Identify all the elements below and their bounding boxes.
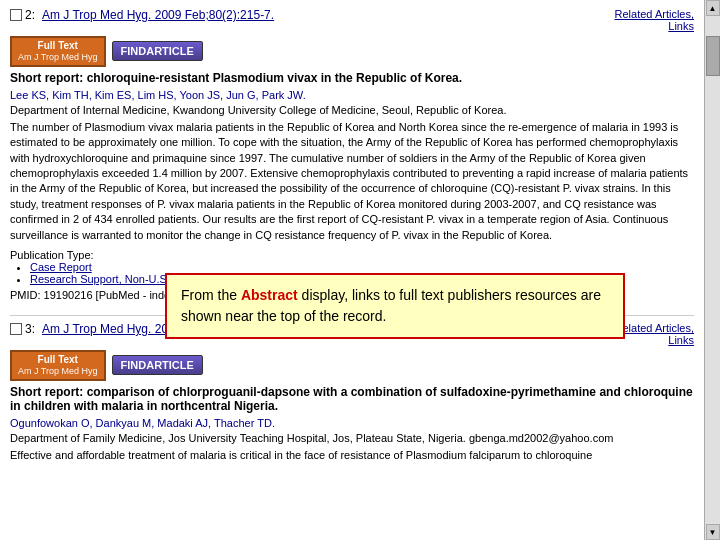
page-container: 2: Am J Trop Med Hyg. 2009 Feb;80(2):215… [0, 0, 720, 540]
record-2-fulltext-label-line2: Am J Trop Med Hyg [18, 366, 98, 377]
record-2-affiliation: Department of Family Medicine, Jos Unive… [10, 432, 694, 444]
record-1-findarticle-button[interactable]: FINDARTICLE [112, 41, 203, 61]
record-1-fulltext-label-line2: Am J Trop Med Hyg [18, 52, 98, 63]
tooltip-text-before: From the [181, 287, 241, 303]
record-2-abstract-text: Effective and affordable treatment of ma… [10, 448, 694, 463]
record-1-pub-type-item-1: Case Report [30, 261, 694, 273]
tooltip-abstract-word: Abstract [241, 287, 298, 303]
scrollbar-thumb[interactable] [706, 36, 720, 76]
record-1-related-links: Related Articles, Links [605, 8, 694, 32]
record-2-block: 3: Am J Trop Med Hyg. 2009 Feb;80(2):199… [10, 322, 694, 463]
record-1-affiliation: Department of Internal Medicine, Kwandon… [10, 104, 694, 116]
record-1-related-articles-link[interactable]: Related Articles, [615, 8, 694, 20]
record-1-number: 2: [25, 8, 35, 22]
main-content: 2: Am J Trop Med Hyg. 2009 Feb;80(2):215… [0, 0, 704, 540]
record-2-authors-text: Ogunfowokan O, Dankyau M, Madaki AJ, Tha… [10, 417, 275, 429]
record-2-number: 3: [25, 322, 35, 336]
record-2-links-link[interactable]: Links [668, 334, 694, 346]
tooltip-overlay: From the Abstract display, links to full… [165, 273, 625, 339]
record-2-checkbox[interactable] [10, 323, 22, 335]
scrollbar[interactable]: ▲ ▼ [704, 0, 720, 540]
record-2-authors[interactable]: Ogunfowokan O, Dankyau M, Madaki AJ, Tha… [10, 417, 694, 429]
record-2-article-title: Short report: comparison of chlorproguan… [10, 385, 694, 413]
record-2-buttons-row: Full Text Am J Trop Med Hyg FINDARTICLE [10, 350, 694, 381]
scrollbar-down-arrow[interactable]: ▼ [706, 524, 720, 540]
record-2-fulltext-label-line1: Full Text [38, 354, 78, 366]
record-1-article-title: Short report: chloroquine-resistant Plas… [10, 71, 694, 85]
record-2-fulltext-button[interactable]: Full Text Am J Trop Med Hyg [10, 350, 106, 381]
record-1-pub-type-link-1[interactable]: Case Report [30, 261, 92, 273]
record-1-block: 2: Am J Trop Med Hyg. 2009 Feb;80(2):215… [10, 8, 694, 301]
record-1-title-link[interactable]: Am J Trop Med Hyg. 2009 Feb;80(2):215-7. [42, 8, 274, 22]
record-1-authors[interactable]: Lee KS, Kim TH, Kim ES, Lim HS, Yoon JS,… [10, 89, 694, 101]
record-1-links-link[interactable]: Links [668, 20, 694, 32]
record-1-abstract-text: The number of Plasmodium vivax malaria p… [10, 120, 694, 243]
record-1-authors-text: Lee KS, Kim TH, Kim ES, Lim HS, Yoon JS,… [10, 89, 306, 101]
record-1-checkbox[interactable] [10, 9, 22, 21]
scrollbar-up-arrow[interactable]: ▲ [706, 0, 720, 16]
record-1-header: 2: Am J Trop Med Hyg. 2009 Feb;80(2):215… [10, 8, 694, 32]
record-1-fulltext-label-line1: Full Text [38, 40, 78, 52]
record-2-related-articles-link[interactable]: Related Articles, [615, 322, 694, 334]
record-1-checkbox-label: 2: Am J Trop Med Hyg. 2009 Feb;80(2):215… [10, 8, 274, 22]
record-1-fulltext-button[interactable]: Full Text Am J Trop Med Hyg [10, 36, 106, 67]
record-1-buttons-row: Full Text Am J Trop Med Hyg FINDARTICLE [10, 36, 694, 67]
record-1-pub-type-label: Publication Type: [10, 249, 94, 261]
record-2-findarticle-button[interactable]: FINDARTICLE [112, 355, 203, 375]
